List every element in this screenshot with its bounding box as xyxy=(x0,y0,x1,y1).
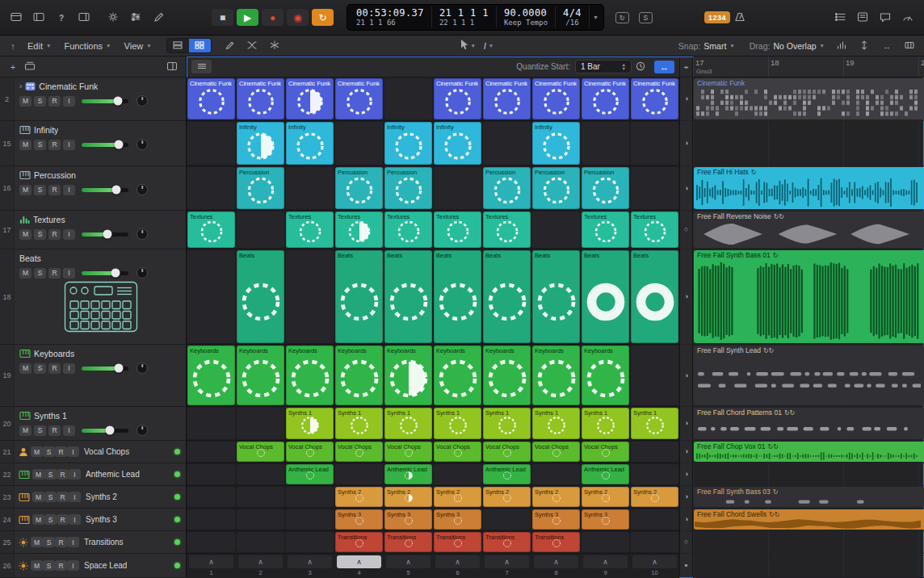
mute-button[interactable]: M xyxy=(19,425,32,436)
mute-button[interactable]: M xyxy=(31,560,43,571)
loop-cell[interactable]: Synths 1 xyxy=(582,408,629,439)
loop-cell[interactable]: Beats xyxy=(483,250,531,343)
inspector-button[interactable] xyxy=(29,9,48,27)
loop-cell[interactable]: Keyboards xyxy=(483,346,531,405)
loop-cell[interactable]: Percussion xyxy=(582,167,629,209)
loop-cell[interactable]: Vocal Chops xyxy=(286,442,334,462)
empty-cell[interactable] xyxy=(187,442,235,462)
empty-cell[interactable] xyxy=(483,509,531,530)
fit-zoom-button[interactable] xyxy=(900,37,919,55)
empty-cell[interactable] xyxy=(237,464,284,484)
loop-cell[interactable]: Transitions xyxy=(434,532,481,552)
empty-cell[interactable] xyxy=(286,250,334,343)
mute-button[interactable]: M xyxy=(19,229,32,240)
note-pad-button[interactable] xyxy=(853,9,872,27)
audio-region[interactable]: Free Fall Synth Bass 03↻ xyxy=(694,487,924,507)
loop-cell[interactable]: Vocal Chops xyxy=(532,442,580,462)
row-action-button[interactable]: ◑ xyxy=(684,185,688,192)
loop-cell[interactable]: Textures xyxy=(286,212,334,248)
mute-button[interactable]: M xyxy=(32,469,44,480)
volume-slider[interactable] xyxy=(82,366,128,371)
audio-region[interactable]: Free Fall Chord Swells↻↻ xyxy=(694,509,924,530)
loop-cell[interactable]: Textures xyxy=(631,212,678,248)
input-monitor-button[interactable]: I xyxy=(63,425,75,436)
quick-help-button[interactable]: ? xyxy=(52,9,71,27)
audio-region[interactable]: Free Fall Reverse Noise↻↻ xyxy=(694,212,924,248)
loop-cell[interactable]: Synths 3 xyxy=(532,509,580,530)
system-load-button[interactable] xyxy=(898,9,918,27)
pan-knob[interactable] xyxy=(136,95,148,107)
loop-cell[interactable]: Vocal Chops xyxy=(384,442,432,462)
scene-trigger[interactable]: ∧4 xyxy=(335,554,383,578)
volume-slider[interactable] xyxy=(82,99,128,103)
loop-cell[interactable]: Beats xyxy=(237,250,284,343)
loop-cell[interactable]: Keyboards xyxy=(335,346,383,405)
loop-cell[interactable]: Percussion xyxy=(532,167,580,209)
volume-slider[interactable] xyxy=(82,188,128,192)
audio-region[interactable]: Cinematic Funk xyxy=(694,78,924,119)
disclosure-icon[interactable]: › xyxy=(19,82,22,90)
record-enable-button[interactable]: R xyxy=(48,185,61,195)
mute-button[interactable]: M xyxy=(31,446,43,457)
loop-cell[interactable]: Vocal Chops xyxy=(434,442,481,462)
mute-button[interactable]: M xyxy=(19,140,32,150)
dim-button[interactable] xyxy=(103,9,123,27)
loop-cell[interactable]: Infinity xyxy=(434,122,481,165)
record-enable-button[interactable]: R xyxy=(57,514,69,525)
loop-cell[interactable]: Transitions xyxy=(384,532,432,552)
empty-cell[interactable] xyxy=(335,464,383,484)
row-action-button[interactable]: ○ xyxy=(684,226,688,233)
record-enable-button[interactable]: R xyxy=(55,446,67,457)
solo-button[interactable]: S xyxy=(34,185,46,195)
loop-cell[interactable]: Keyboards xyxy=(286,346,334,405)
loop-cell[interactable]: Infinity xyxy=(286,122,334,165)
record-enable-button[interactable]: R xyxy=(48,229,61,240)
lcd-display[interactable]: 00:53:09.37 21 1 1 66 21 1 1 1 22 1 1 1 … xyxy=(346,4,604,31)
row-action-button[interactable]: ○ xyxy=(684,538,688,546)
mute-button[interactable]: M xyxy=(32,492,44,502)
loop-cell[interactable]: Keyboards xyxy=(532,346,580,405)
pan-knob[interactable] xyxy=(136,228,148,240)
loop-cell[interactable]: Percussion xyxy=(483,167,531,209)
timeline-track-lane[interactable]: Free Fall Hi Hats↻ xyxy=(693,166,924,211)
split-button[interactable] xyxy=(265,37,284,55)
snap-menu[interactable]: Snap: Smart ▼ xyxy=(678,41,735,51)
track-header[interactable]: 16PercussionMSRI xyxy=(0,166,186,211)
empty-cell[interactable] xyxy=(532,464,580,484)
empty-cell[interactable] xyxy=(631,122,678,165)
track-header[interactable]: 22MSRIAnthemic Lead xyxy=(0,463,186,486)
loop-cell[interactable]: Synths 2 xyxy=(532,487,580,507)
loop-cell[interactable]: Cinematic Funk xyxy=(335,78,383,119)
row-action-button[interactable]: ◑ xyxy=(684,293,688,300)
loop-cell[interactable]: Cinematic Funk xyxy=(237,78,284,119)
empty-cell[interactable] xyxy=(483,122,531,165)
input-monitor-button[interactable]: I xyxy=(63,96,75,107)
loop-cell[interactable]: Keyboards xyxy=(237,346,284,405)
input-monitor-button[interactable]: I xyxy=(67,537,79,547)
solo-button[interactable]: S xyxy=(34,268,46,279)
pan-knob[interactable] xyxy=(136,425,148,436)
empty-cell[interactable] xyxy=(286,532,334,552)
audio-region[interactable]: Free Fall Synth Bass 01↻ xyxy=(694,250,924,343)
mute-button[interactable]: M xyxy=(19,185,32,195)
loop-cell[interactable]: Beats xyxy=(335,250,383,343)
crossfade-button[interactable] xyxy=(242,37,262,55)
track-header[interactable]: 18BeatsMSRI xyxy=(0,249,186,345)
timeline-track-lane[interactable] xyxy=(693,554,924,578)
empty-cell[interactable] xyxy=(631,509,678,530)
input-monitor-button[interactable]: I xyxy=(63,268,75,279)
empty-cell[interactable] xyxy=(434,167,481,209)
lcd-time-section[interactable]: 00:53:09.37 21 1 1 66 xyxy=(349,6,432,28)
loop-cell[interactable]: Synths 3 xyxy=(434,509,481,530)
timeline-track-lane[interactable] xyxy=(693,463,924,486)
scene-trigger[interactable]: ∧1 xyxy=(187,554,235,578)
solo-button[interactable]: S xyxy=(34,229,46,240)
menu-edit[interactable]: Edit▼ xyxy=(21,41,57,51)
loop-cell[interactable]: Keyboards xyxy=(187,346,235,405)
input-monitor-button[interactable]: I xyxy=(69,514,81,525)
replace-button[interactable]: ↻ xyxy=(612,9,632,27)
input-monitor-button[interactable]: I xyxy=(67,560,79,571)
empty-cell[interactable] xyxy=(286,487,334,507)
timeline-track-lane[interactable]: Free Fall Chord Swells↻↻ xyxy=(693,509,924,531)
empty-cell[interactable] xyxy=(187,122,235,165)
